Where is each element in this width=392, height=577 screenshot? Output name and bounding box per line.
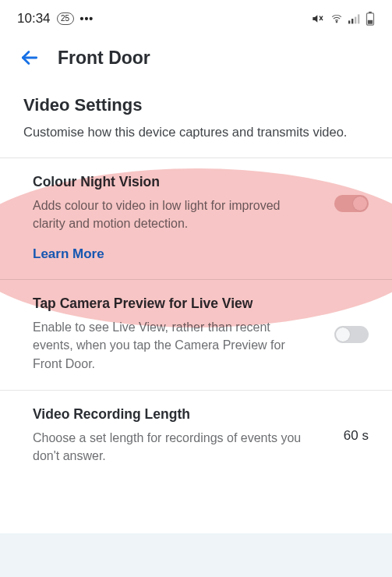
recording-length-value: 60 s — [344, 428, 369, 444]
page-header: Front Door — [0, 33, 392, 86]
svg-rect-6 — [358, 14, 359, 23]
toggle-knob-icon — [353, 196, 367, 211]
tap-preview-toggle[interactable] — [334, 326, 369, 343]
svg-rect-4 — [351, 19, 353, 23]
status-badge: 25 — [57, 12, 74, 25]
battery-icon — [366, 12, 375, 26]
setting-title: Video Recording Length — [33, 406, 313, 423]
toggle-knob-icon — [336, 327, 350, 342]
setting-recording-length[interactable]: Video Recording Length Choose a set leng… — [0, 391, 392, 482]
setting-tap-preview: Tap Camera Preview for Live View Enable … — [0, 280, 392, 391]
setting-desc: Enable to see Live View, rather than rec… — [33, 318, 313, 373]
status-right — [311, 12, 375, 26]
bottom-area — [0, 533, 392, 577]
setting-desc: Choose a set length for recordings of ev… — [33, 429, 313, 465]
colour-night-vision-toggle[interactable] — [334, 195, 369, 212]
page-title: Front Door — [58, 48, 150, 69]
settings-list: Colour Night Vision Adds colour to video… — [0, 158, 392, 482]
status-time: 10:34 — [17, 11, 51, 27]
setting-title: Colour Night Vision — [33, 174, 313, 190]
svg-rect-3 — [348, 20, 350, 23]
section-title: Video Settings — [23, 95, 369, 115]
wifi-icon — [330, 13, 344, 24]
section-subtitle: Customise how this device captures and t… — [23, 123, 369, 142]
setting-desc: Adds colour to video in low light for im… — [33, 196, 313, 232]
svg-rect-5 — [355, 17, 356, 24]
learn-more-link[interactable]: Learn More — [33, 246, 369, 262]
status-left: 10:34 25 ••• — [17, 11, 94, 27]
setting-title: Tap Camera Preview for Live View — [33, 296, 313, 312]
section-intro: Video Settings Customise how this device… — [0, 86, 392, 158]
signal-icon — [348, 13, 361, 24]
mute-icon — [311, 12, 325, 25]
back-button[interactable] — [19, 47, 41, 69]
setting-colour-night-vision: Colour Night Vision Adds colour to video… — [0, 158, 392, 280]
svg-point-2 — [336, 21, 337, 23]
status-dots-icon: ••• — [80, 12, 94, 25]
status-bar: 10:34 25 ••• — [0, 0, 392, 33]
svg-rect-9 — [368, 20, 373, 24]
